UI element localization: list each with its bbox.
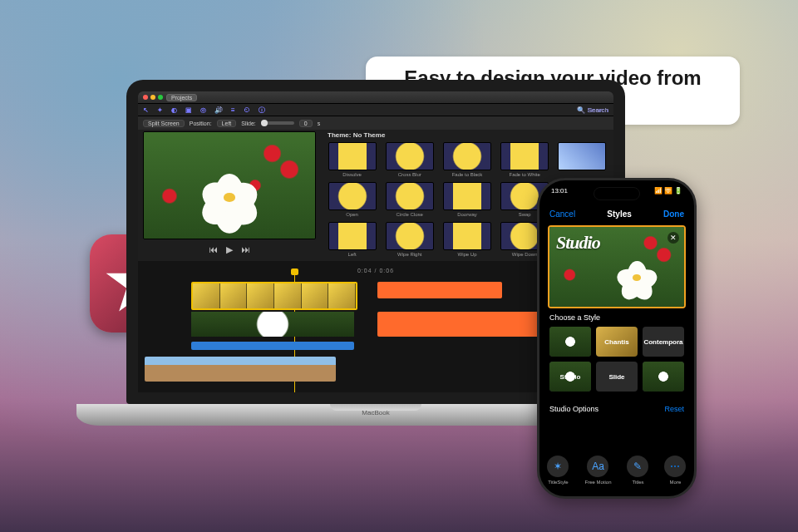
transition-item[interactable]: Wipe Right — [383, 222, 436, 257]
clip-mode-select[interactable]: Split Screen — [143, 120, 185, 127]
transition-label: Doorway — [457, 212, 477, 217]
tool-icon: ✶ — [547, 456, 569, 477]
transition-thumb — [386, 222, 434, 250]
crop-icon[interactable]: ▣ — [185, 106, 192, 114]
transition-thumb — [443, 182, 491, 210]
title-clip[interactable] — [377, 282, 502, 298]
section-header: Choose a Style — [549, 313, 600, 322]
section-header: Studio Options — [549, 405, 598, 413]
done-button[interactable]: Done — [663, 209, 684, 219]
style-thumb[interactable] — [549, 327, 591, 357]
phone-tool-more[interactable]: ⋯More — [664, 456, 686, 485]
transition-item[interactable]: Fade to Black — [441, 142, 493, 177]
style-thumb[interactable]: Chantis — [596, 327, 638, 357]
tool-label: More — [670, 480, 682, 485]
transition-item[interactable]: Doorway — [441, 182, 493, 217]
dynamic-island — [594, 187, 640, 200]
video-clip[interactable] — [191, 312, 354, 337]
style-preview[interactable]: Studio ✕ — [548, 225, 686, 308]
transition-label: Open — [346, 212, 358, 217]
transition-thumb — [558, 142, 606, 170]
transition-label: Fade to White — [510, 172, 540, 177]
search-input[interactable]: 🔍 Search — [577, 106, 608, 114]
style-preview-title: Studio — [556, 232, 600, 254]
macbook-label: MacBook — [362, 409, 389, 416]
traffic-light-minimize[interactable] — [150, 95, 155, 100]
preview-pane: ⏮ ▶ ⏭ — [138, 128, 321, 261]
phone-toolbar: ✶TitleStyleAaFree Motion✎Titles⋯More — [539, 450, 694, 490]
audio-clip[interactable] — [191, 342, 354, 350]
transition-label: Swap — [519, 212, 531, 217]
style-thumb[interactable]: Studio — [549, 362, 591, 392]
iphone: 13:01 📶 🛜 🔋 Cancel Styles Done Studio ✕ … — [537, 178, 697, 499]
map-clip[interactable] — [145, 357, 336, 382]
transition-item[interactable]: Circle Close — [383, 182, 436, 217]
color-icon[interactable]: ◐ — [171, 106, 177, 114]
slide-unit: s — [318, 121, 321, 126]
style-thumb[interactable]: Slide — [596, 362, 638, 392]
tool-label: Free Motion — [584, 480, 611, 485]
status-indicators: 📶 🛜 🔋 — [654, 187, 682, 199]
close-icon[interactable]: ✕ — [667, 232, 679, 244]
traffic-light-zoom[interactable] — [158, 95, 163, 100]
video-clip-selected[interactable] — [191, 282, 357, 310]
transition-item[interactable]: Fade to White — [499, 142, 551, 177]
position-select[interactable]: Left — [217, 120, 237, 127]
phone-tool-free-motion[interactable]: AaFree Motion — [584, 456, 611, 485]
slide-slider[interactable] — [261, 121, 294, 125]
theme-header: Theme: No Theme — [328, 131, 608, 139]
tool-icon: ⋯ — [664, 456, 686, 477]
tool-icon: Aa — [587, 456, 608, 477]
transition-item[interactable]: Open — [326, 182, 378, 217]
position-label: Position: — [190, 121, 212, 126]
wand-icon[interactable]: ✦ — [157, 106, 163, 114]
status-time: 13:01 — [551, 187, 568, 199]
phone-tool-titles[interactable]: ✎Titles — [627, 456, 648, 485]
phone-navbar: Cancel Styles Done — [539, 205, 694, 222]
transition-item[interactable]: Dissolve — [326, 142, 378, 177]
transition-item[interactable]: Left — [326, 222, 378, 257]
preview-viewport[interactable] — [143, 131, 316, 239]
stabilize-icon[interactable]: ◎ — [200, 106, 206, 114]
transition-thumb — [443, 142, 491, 170]
options-section: Studio Options Reset — [549, 405, 684, 413]
transition-thumb — [386, 142, 434, 170]
cancel-button[interactable]: Cancel — [549, 209, 575, 219]
style-thumb[interactable] — [643, 362, 684, 392]
info-icon[interactable]: ⓘ — [259, 106, 265, 115]
inspector-toolbar: ↖ ✦ ◐ ▣ ◎ 🔊 ≡ ⏲ ⓘ 🔍 Search — [138, 103, 613, 116]
transition-label: Dissolve — [342, 172, 362, 177]
slide-value[interactable]: 0 — [299, 120, 313, 127]
speed-icon[interactable]: ⏲ — [244, 106, 250, 114]
navbar-title: Styles — [607, 209, 631, 219]
style-thumb[interactable]: Contempora — [643, 327, 684, 357]
play-button[interactable]: ▶ — [226, 244, 233, 255]
transition-label: Wipe Up — [457, 252, 476, 257]
transition-label: Left — [348, 252, 357, 257]
transition-item[interactable]: Cross Blur — [383, 142, 436, 177]
transition-label: Wipe Right — [397, 252, 421, 257]
transition-thumb — [500, 142, 549, 170]
tool-label: Titles — [632, 480, 643, 485]
transition-thumb — [328, 142, 377, 170]
prev-button[interactable]: ⏮ — [209, 244, 218, 255]
transition-label: Wipe Down — [512, 252, 538, 257]
transition-label: Cross Blur — [398, 172, 421, 177]
next-button[interactable]: ⏭ — [241, 244, 250, 255]
projects-button[interactable]: Projects — [166, 94, 197, 101]
transition-thumb — [328, 182, 377, 210]
window-titlebar: Projects — [138, 91, 613, 103]
volume-icon[interactable]: 🔊 — [214, 106, 223, 114]
transition-item[interactable]: Wipe Up — [441, 222, 493, 257]
tool-icon: ✎ — [627, 456, 648, 477]
transition-label: Circle Close — [397, 212, 423, 217]
arrow-icon[interactable]: ↖ — [143, 106, 149, 114]
eq-icon[interactable]: ≡ — [231, 106, 235, 114]
transition-label: Fade to Black — [452, 172, 483, 177]
styles-section: Choose a Style ChantisContemporaStudioSl… — [549, 313, 684, 392]
transition-thumb — [386, 182, 434, 210]
traffic-light-close[interactable] — [143, 95, 148, 100]
reset-button[interactable]: Reset — [664, 405, 684, 413]
phone-tool-titlestyle[interactable]: ✶TitleStyle — [547, 456, 569, 485]
transition-item[interactable] — [556, 142, 608, 177]
